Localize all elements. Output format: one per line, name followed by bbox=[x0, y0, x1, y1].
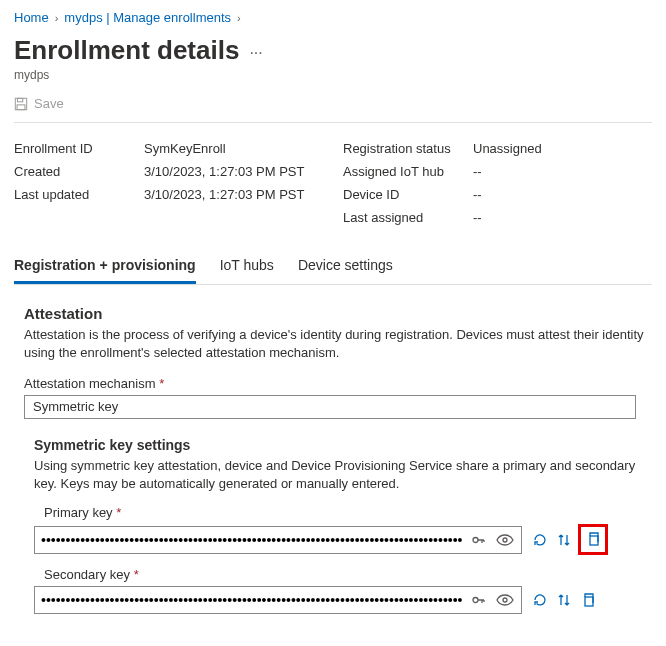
svg-point-3 bbox=[473, 537, 478, 542]
attestation-mechanism-value: Symmetric key bbox=[24, 395, 636, 419]
created-value: 3/10/2023, 1:27:03 PM PST bbox=[144, 164, 304, 179]
chevron-right-icon: › bbox=[237, 12, 241, 24]
breadcrumb-mydps[interactable]: mydps | Manage enrollments bbox=[64, 10, 231, 25]
primary-key-field[interactable] bbox=[34, 526, 522, 554]
page-title: Enrollment details bbox=[14, 35, 239, 66]
enrollment-id-value: SymKeyEnroll bbox=[144, 141, 226, 156]
secondary-key-label: Secondary key * bbox=[24, 567, 652, 582]
attestation-mechanism-label: Attestation mechanism * bbox=[24, 376, 652, 391]
registration-status-label: Registration status bbox=[343, 141, 473, 156]
last-assigned-value: -- bbox=[473, 210, 482, 225]
secondary-key-field[interactable] bbox=[34, 586, 522, 614]
assigned-iot-hub-value: -- bbox=[473, 164, 482, 179]
primary-key-label: Primary key * bbox=[24, 505, 652, 520]
svg-rect-1 bbox=[18, 98, 23, 102]
swap-icon[interactable] bbox=[554, 530, 574, 550]
registration-status-value: Unassigned bbox=[473, 141, 542, 156]
breadcrumb: Home › mydps | Manage enrollments › bbox=[14, 8, 652, 33]
attestation-desc: Attestation is the process of verifying … bbox=[24, 326, 652, 362]
details-grid: Enrollment ID SymKeyEnroll Created 3/10/… bbox=[14, 137, 652, 229]
primary-key-input[interactable] bbox=[41, 532, 463, 548]
reveal-icon[interactable] bbox=[495, 590, 515, 610]
passkey-icon[interactable] bbox=[469, 590, 489, 610]
toolbar: Save bbox=[14, 96, 652, 123]
svg-point-7 bbox=[503, 598, 507, 602]
tab-iot-hubs[interactable]: IoT hubs bbox=[220, 247, 274, 284]
regenerate-icon[interactable] bbox=[530, 590, 550, 610]
save-icon bbox=[14, 97, 28, 111]
page-subtitle: mydps bbox=[14, 68, 652, 82]
attestation-heading: Attestation bbox=[24, 305, 652, 322]
save-button[interactable]: Save bbox=[14, 96, 64, 111]
device-id-value: -- bbox=[473, 187, 482, 202]
copy-highlight-box bbox=[578, 524, 608, 555]
tab-registration[interactable]: Registration + provisioning bbox=[14, 247, 196, 284]
tab-device-settings[interactable]: Device settings bbox=[298, 247, 393, 284]
symmetric-key-heading: Symmetric key settings bbox=[24, 437, 652, 453]
swap-icon[interactable] bbox=[554, 590, 574, 610]
svg-rect-8 bbox=[585, 597, 593, 606]
save-button-label: Save bbox=[34, 96, 64, 111]
enrollment-id-label: Enrollment ID bbox=[14, 141, 144, 156]
copy-icon[interactable] bbox=[578, 590, 598, 610]
more-actions-icon[interactable]: ··· bbox=[249, 44, 262, 62]
svg-rect-5 bbox=[590, 536, 598, 545]
passkey-icon[interactable] bbox=[469, 530, 489, 550]
required-icon: * bbox=[134, 567, 139, 582]
device-id-label: Device ID bbox=[343, 187, 473, 202]
breadcrumb-home[interactable]: Home bbox=[14, 10, 49, 25]
symmetric-key-section: Symmetric key settings Using symmetric k… bbox=[24, 437, 652, 614]
attestation-section: Attestation Attestation is the process o… bbox=[14, 305, 652, 615]
assigned-iot-hub-label: Assigned IoT hub bbox=[343, 164, 473, 179]
reveal-icon[interactable] bbox=[495, 530, 515, 550]
required-icon: * bbox=[159, 376, 164, 391]
chevron-right-icon: › bbox=[55, 12, 59, 24]
svg-point-6 bbox=[473, 598, 478, 603]
svg-point-4 bbox=[503, 538, 507, 542]
last-updated-value: 3/10/2023, 1:27:03 PM PST bbox=[144, 187, 304, 202]
tab-bar: Registration + provisioning IoT hubs Dev… bbox=[14, 247, 652, 285]
created-label: Created bbox=[14, 164, 144, 179]
regenerate-icon[interactable] bbox=[530, 530, 550, 550]
last-updated-label: Last updated bbox=[14, 187, 144, 202]
svg-rect-2 bbox=[17, 104, 25, 109]
copy-icon[interactable] bbox=[583, 529, 603, 549]
required-icon: * bbox=[116, 505, 121, 520]
secondary-key-input[interactable] bbox=[41, 592, 463, 608]
last-assigned-label: Last assigned bbox=[343, 210, 473, 225]
symmetric-key-desc: Using symmetric key attestation, device … bbox=[24, 457, 652, 493]
